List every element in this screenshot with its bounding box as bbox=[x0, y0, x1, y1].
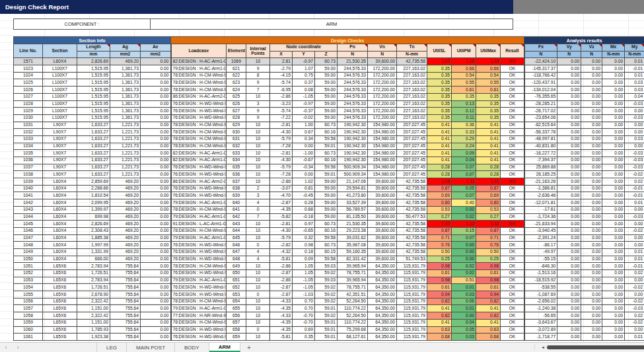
cell-mx[interactable]: 0.00 bbox=[602, 334, 625, 341]
cell-utilsl[interactable]: 0.41 bbox=[427, 129, 452, 136]
cell-z[interactable]: 60.16 bbox=[315, 129, 338, 136]
cell-utilsl[interactable]: 0.41 bbox=[427, 135, 452, 143]
cell-vy[interactable]: 0.00 bbox=[557, 199, 581, 207]
cell-tn[interactable]: 207,027.45 bbox=[397, 157, 427, 164]
cell-element[interactable]: 636 bbox=[227, 171, 246, 178]
cell-line-no-[interactable]: 1048 bbox=[14, 242, 43, 249]
cell-vn[interactable]: 64,350.00 bbox=[368, 305, 397, 312]
cell-section[interactable]: L60X4 bbox=[43, 242, 77, 249]
cell-vy[interactable]: 0.00 bbox=[557, 192, 581, 199]
cell-pn[interactable]: 35,987.08 bbox=[338, 242, 368, 249]
cell-utilsl[interactable]: 0.69 bbox=[427, 192, 452, 199]
cell-utilmax[interactable]: 0.71 bbox=[476, 234, 501, 242]
cell-x[interactable]: -2.86 bbox=[270, 178, 293, 186]
cell-vz[interactable]: 0.00 bbox=[581, 58, 602, 65]
cell-ag[interactable]: 1,361.73 bbox=[110, 65, 141, 73]
cell-vz[interactable]: 0.00 bbox=[581, 256, 602, 263]
cell-length[interactable]: 699.98 bbox=[77, 213, 110, 221]
cell-ag[interactable]: 469.20 bbox=[110, 58, 141, 65]
column-unit[interactable]: mm2 bbox=[110, 51, 141, 58]
cell-fx[interactable]: -3,643.67 bbox=[524, 319, 557, 326]
cell-vz[interactable]: 0.00 bbox=[581, 270, 602, 277]
cell-internal-points[interactable]: 10 bbox=[246, 178, 270, 186]
cell-vn[interactable]: 39,600.00 bbox=[368, 185, 397, 192]
cell-section[interactable]: L65X6 bbox=[43, 298, 77, 305]
cell-utilmax[interactable]: 0.50 bbox=[476, 248, 501, 256]
cell-vz[interactable]: 0.00 bbox=[581, 93, 602, 100]
cell-line-no-[interactable]: 1055 bbox=[14, 291, 43, 299]
cell-utilpm[interactable]: 0.01 bbox=[452, 284, 476, 291]
cell-vy[interactable]: 0.00 bbox=[557, 206, 581, 213]
cell-z[interactable]: 59.00 bbox=[315, 206, 338, 213]
cell-x[interactable]: -5.74 bbox=[270, 79, 293, 87]
cell-utilsl[interactable]: 0.35 bbox=[427, 108, 452, 115]
cell-pn[interactable]: 244,576.33 bbox=[338, 87, 368, 94]
cell-z[interactable]: 59.00 bbox=[315, 178, 338, 186]
cell-fx[interactable]: -17.61 bbox=[524, 206, 557, 213]
column-header[interactable]: Fx bbox=[524, 44, 557, 52]
cell-z[interactable]: 59.01 bbox=[315, 305, 338, 312]
cell-tn[interactable]: 51,749.53 bbox=[397, 256, 427, 263]
cell-element[interactable]: 621 bbox=[227, 65, 246, 73]
cell-tn[interactable]: 115,931.79 bbox=[397, 284, 427, 291]
cell-internal-points[interactable]: 10 bbox=[246, 312, 270, 320]
cell-utilmax[interactable]: 0.61 bbox=[476, 87, 501, 94]
cell-tn[interactable]: 42,735.58 bbox=[397, 248, 427, 256]
cell-line-no-[interactable]: 1030 bbox=[14, 114, 43, 122]
column-header[interactable]: Ag bbox=[110, 44, 141, 52]
cell-internal-points[interactable]: 10 bbox=[246, 227, 270, 234]
cell-utilsl[interactable]: 0.80 bbox=[427, 199, 452, 207]
cell-length[interactable]: 1,515.95 bbox=[77, 79, 110, 87]
cell-mx[interactable]: 0.00 bbox=[602, 312, 625, 320]
column-header[interactable]: Length bbox=[77, 44, 110, 52]
cell-utilmax[interactable]: 0.41 bbox=[476, 319, 501, 326]
column-unit[interactable]: N-mm bbox=[397, 51, 427, 58]
cell-x[interactable]: -4.70 bbox=[270, 192, 293, 199]
cell-element[interactable]: 654 bbox=[227, 298, 246, 305]
cell-utilmax[interactable]: 0.41 bbox=[476, 150, 501, 157]
cell-my[interactable]: 0.00 bbox=[625, 242, 644, 249]
cell-ae[interactable]: 0.00 bbox=[141, 108, 171, 115]
cell-vz[interactable]: 0.00 bbox=[581, 150, 602, 157]
cell-x[interactable]: -4.35 bbox=[270, 206, 293, 213]
cell-utilsl[interactable]: 0.35 bbox=[427, 79, 452, 87]
cell-element[interactable]: 635 bbox=[227, 164, 246, 171]
cell-z[interactable]: 59.01 bbox=[315, 326, 338, 334]
cell-vn[interactable]: 64,350.00 bbox=[368, 319, 397, 326]
cell-loadcase[interactable]: 76:DESIGN : H-WD-Wind-90- bbox=[171, 108, 227, 115]
cell-utilpm[interactable]: 0.02 bbox=[452, 270, 476, 277]
cell-section[interactable]: L90X7 bbox=[43, 157, 77, 164]
cell-result[interactable]: OK bbox=[501, 206, 524, 213]
cell-ae[interactable]: 0.00 bbox=[141, 326, 171, 334]
column-header[interactable]: Line No. bbox=[14, 44, 43, 58]
cell-line-no-[interactable]: 1059 bbox=[14, 319, 43, 326]
cell-result[interactable]: OK bbox=[501, 263, 524, 270]
cell-utilmax[interactable]: 0.66 bbox=[476, 65, 501, 73]
cell-my[interactable]: 0.00 bbox=[625, 277, 644, 284]
cell-my[interactable]: -0.01 bbox=[625, 192, 644, 199]
cell-utilmax[interactable]: 1.12 bbox=[476, 221, 501, 228]
cell-my[interactable]: 0.02 bbox=[625, 178, 644, 186]
cell-length[interactable]: 1,515.95 bbox=[77, 100, 110, 108]
cell-x[interactable]: -4.30 bbox=[270, 157, 293, 164]
cell-z[interactable]: 59.00 bbox=[315, 108, 338, 115]
cell-my[interactable]: 0.01 bbox=[625, 199, 644, 207]
cell-ae[interactable]: 0.00 bbox=[141, 319, 171, 326]
cell-x[interactable]: -2.87 bbox=[270, 199, 293, 207]
cell-utilsl[interactable]: 0.35 bbox=[427, 87, 452, 94]
cell-element[interactable]: 638 bbox=[227, 185, 246, 192]
cell-section[interactable]: L60X4 bbox=[43, 206, 77, 213]
cell-ae[interactable]: 0.00 bbox=[141, 227, 171, 234]
cell-my[interactable]: 0.02 bbox=[625, 312, 644, 320]
cell-vy[interactable]: 0.00 bbox=[557, 129, 581, 136]
cell-length[interactable]: 1,633.27 bbox=[77, 164, 110, 171]
column-header[interactable]: My bbox=[625, 44, 644, 52]
cell-tn[interactable]: 207,027.45 bbox=[397, 129, 427, 136]
cell-utilpm[interactable]: 0.09 bbox=[452, 150, 476, 157]
cell-result[interactable]: OK bbox=[501, 114, 524, 122]
cell-result[interactable]: OK bbox=[501, 192, 524, 199]
cell-vy[interactable]: 0.00 bbox=[557, 305, 581, 312]
cell-fx[interactable]: -55.15 bbox=[524, 256, 557, 263]
cell-x[interactable]: -5.74 bbox=[270, 108, 293, 115]
cell-loadcase[interactable]: 78:DESIGN : H-CM-Wind-90- bbox=[171, 206, 227, 213]
